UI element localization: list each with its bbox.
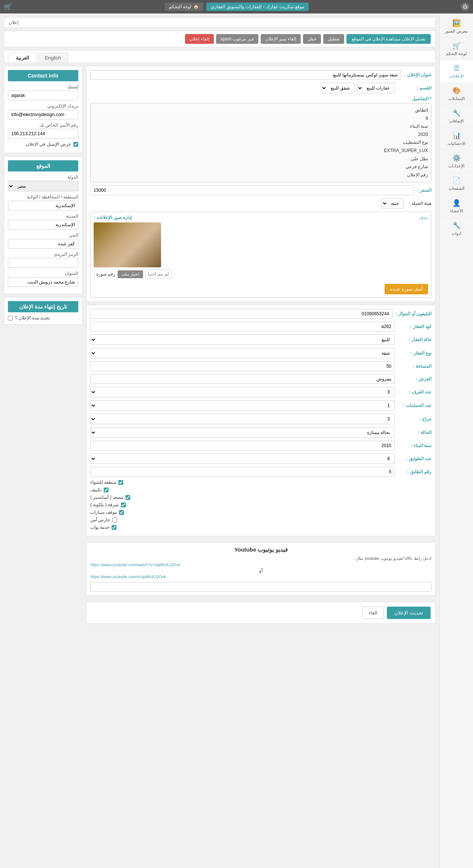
location-header: الموقع [8,160,78,172]
code-label: كود العقار : [398,324,431,329]
show-email-checkbox[interactable] [73,142,78,147]
block-btn[interactable]: حظر [303,34,321,44]
remove-tag-btn[interactable]: إلغاء تميز الإعلان [261,34,301,44]
build-year-input[interactable] [90,441,395,450]
category-select-2[interactable]: شقق للبيع [321,83,355,93]
sidebar-label-tools: ادوات [452,231,461,236]
disable-btn[interactable]: تعطيل [323,34,344,44]
update-btn[interactable]: تحديث الإعلان [387,607,431,619]
furnish-row: الفرش : [90,374,431,384]
choose-file-btn[interactable]: اختيار ملف [118,270,143,278]
zip-field: الرمز البريدى [8,252,78,268]
sidebar-item-tools[interactable]: 🔧 ادوات [440,218,473,240]
furnish-input[interactable] [90,374,395,384]
neighborhood-input[interactable] [8,239,78,249]
renewal-checkbox[interactable] [8,316,13,321]
country-field: الدولة مصر [8,174,78,191]
contact-header: Contact info [8,70,78,81]
region-field: المنطقة / المحافظة / الولاية [8,194,78,210]
pages-icon: 📄 [452,176,461,185]
guard-label: حارس أمن [90,517,110,522]
parking-checkbox[interactable] [119,510,124,515]
country-select[interactable]: مصر [8,181,78,191]
dashboard-nav-btn[interactable]: 🏠 لوحة التحكم [164,3,203,11]
sidebar-label-analytics: الإحصائيات [448,141,466,146]
bath-select[interactable]: 1 [90,400,395,411]
delete-link[interactable]: حذف [419,215,428,220]
tab-english[interactable]: English [38,53,68,63]
city-input[interactable] [8,220,78,230]
tab-arabic[interactable]: العربية [9,53,36,63]
sidebar-item-analytics[interactable]: 📊 الإحصائيات [440,128,473,150]
top-nav-left: 🛒 [4,3,12,11]
address-label: المنوان [8,271,78,276]
email-input[interactable] [8,110,78,119]
power-icon[interactable]: ⏻ [461,3,469,11]
sidebar-item-pages[interactable]: 📄 الصفحات [440,173,473,195]
rooms-select[interactable]: 3 [90,387,395,397]
sidebar-item-gallery[interactable]: 🖼️ معرض الصور [440,15,473,38]
balcony-checkbox[interactable] [121,503,126,507]
show-email-row: عرض الإيميل في الإعلان [8,142,78,147]
zip-label: الرمز البريدى [8,252,78,257]
photo-num-input[interactable] [145,270,172,279]
title-card: عنوان الإعلان : القسم : عقارات للبيع شقق… [86,66,436,302]
remove-ad-btn[interactable]: إلغاء إعلان [185,34,213,44]
youtube-input[interactable] [90,582,431,592]
youtube-example1: https://www.youtube.com/watch?v=ojqWcILQ… [90,562,431,567]
category-select-1[interactable]: عقارات للبيع [357,83,395,93]
breadcrumb-text: إعلان [9,20,18,25]
ac-checkbox[interactable] [104,488,109,492]
doorman-checkbox[interactable] [112,525,116,530]
site-link-btn[interactable]: موقع سكريت عقارك - للعقارات والتسويق الع… [206,3,309,11]
title-input[interactable] [90,70,401,80]
floors-select[interactable]: 8 [90,453,395,464]
ip-input[interactable] [8,129,78,139]
sidebar-label-additions: الإضافات [449,119,464,124]
living-room-image [94,222,161,267]
address-input[interactable] [8,277,78,287]
sidebar-item-dashboard[interactable]: 🛒 لوحة التحكم [440,38,473,60]
checkbox-elevator: مصعد ( أساتسير ) [90,495,431,500]
ad-image [94,222,161,267]
zip-input[interactable] [8,258,78,268]
cancel-btn[interactable]: الغاء [362,607,384,619]
region-input[interactable] [8,201,78,210]
status-select[interactable]: للبيع [90,334,395,345]
balcony-label: شرفة ( بلكونة ) [90,502,119,507]
area-input[interactable] [90,361,395,371]
sidebar-item-additions[interactable]: 🔧 الإضافات [440,105,473,128]
right-panel: Contact info إسمك بريدك الإلكتروني رقم ا… [4,66,82,325]
sidebar-item-styles[interactable]: 🎨 الإستايلات [440,83,473,105]
garage-select[interactable]: 3 [90,414,395,424]
email-label: بريدك الإلكتروني [8,103,78,109]
bath-row: عدد الحمامات : 1 [90,400,431,411]
status-row: حالة العقار : للبيع [90,334,431,345]
floor-num-row: رقم الطابق : [90,467,431,477]
phone-input[interactable] [90,309,392,319]
sidebar-item-ads[interactable]: ☰ الإعلانات [440,60,473,83]
sidebar-item-settings[interactable]: ⚙️ الإعدادات [440,150,473,173]
action-bar: تعديل الإعلان مشاهدة الإعلان في الموقع ت… [4,31,436,47]
currency-select[interactable]: جنيه [382,198,404,209]
show-email-label: عرض الإيميل في الإعلان [26,142,71,147]
floor-num-input[interactable] [90,467,395,477]
not-spam-btn[interactable]: غير مرغوب spam [216,34,258,44]
sidebar-label-pages: الصفحات [449,186,464,191]
add-photo-btn[interactable]: أضف صورة جديدة [385,284,428,294]
rooms-row: عدد الغرف : 3 [90,387,431,397]
condition-select[interactable]: بحالة ممتازة [90,427,395,438]
name-input[interactable] [8,91,78,100]
bbq-checkbox[interactable] [118,480,123,485]
sidebar-item-members[interactable]: 👤 الأعضاء [440,195,473,218]
elevator-checkbox[interactable] [125,495,130,500]
floor-num-label: رقم الطابق : [398,469,431,474]
edit-view-btn[interactable]: تعديل الإعلان مشاهدة الإعلان في الموقع [346,34,431,44]
guard-checkbox[interactable] [112,518,117,522]
checkbox-parking: موقف سيارات [90,510,431,515]
location-card: الموقع الدولة مصر المنطقة / المحافظة / ا… [4,156,82,294]
code-input[interactable] [90,322,395,331]
type-select[interactable]: شقة [90,348,395,358]
price-input[interactable] [90,185,414,195]
phone-row: التليفون أو الجوال : [90,309,431,319]
